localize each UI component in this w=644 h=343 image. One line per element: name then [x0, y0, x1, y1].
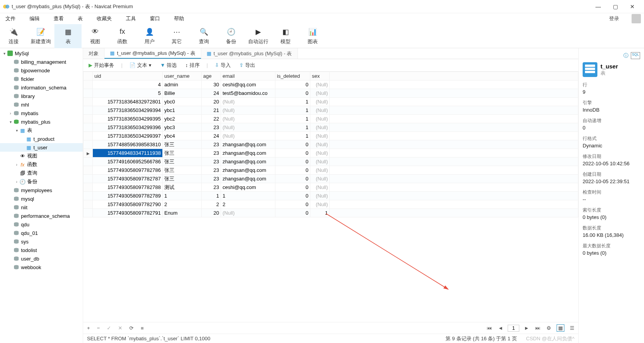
- info-icon[interactable]: ⓘ: [623, 52, 628, 59]
- text-button[interactable]: 📄文本 ▾: [128, 61, 153, 70]
- cell[interactable]: 张三: [163, 175, 202, 183]
- cell[interactable]: zhangsan@qq.com: [221, 175, 275, 183]
- menu-1[interactable]: 编辑: [27, 14, 42, 24]
- sort-button[interactable]: ↕排序: [184, 61, 201, 70]
- cell[interactable]: (Null): [310, 98, 330, 106]
- cell[interactable]: 22: [202, 115, 221, 123]
- cell[interactable]: test5@baomidou.co: [221, 89, 275, 98]
- grid-view-button[interactable]: ▦: [557, 324, 564, 332]
- table-row[interactable]: 1577489483347111938张三23zhangsan@qq.com0(…: [84, 149, 578, 158]
- cell[interactable]: 0: [275, 192, 310, 200]
- cell[interactable]: 23: [202, 140, 221, 149]
- table-row[interactable]: 15774930580977827891110(Null): [84, 192, 578, 200]
- refresh-button[interactable]: ⟳: [128, 324, 135, 332]
- first-page-button[interactable]: ⏮: [485, 324, 493, 332]
- tool-model[interactable]: ◧模型: [272, 24, 299, 48]
- db-myemployees[interactable]: myemployees: [0, 186, 83, 194]
- cell[interactable]: (Null): [310, 192, 330, 200]
- functions-node[interactable]: ›fx函数: [0, 160, 83, 169]
- cell[interactable]: 30: [202, 80, 221, 89]
- table-row[interactable]: 1577493058097782787张三23zhangsan@qq.com0(…: [84, 175, 578, 183]
- minimize-button[interactable]: —: [590, 4, 607, 10]
- table-row[interactable]: 1577318365034299396ybc323(Null)1(Null): [84, 123, 578, 132]
- connection-node[interactable]: ▾ MySql: [0, 49, 83, 58]
- cancel-edit-button[interactable]: ✕: [117, 324, 124, 332]
- close-button[interactable]: ✕: [624, 4, 641, 10]
- cell[interactable]: 0: [275, 140, 310, 149]
- tool-connection[interactable]: 🔌连接: [0, 24, 27, 48]
- cell[interactable]: 1: [275, 115, 310, 123]
- table-t_product[interactable]: ▦t_product: [0, 135, 83, 143]
- cell[interactable]: 23: [202, 183, 221, 192]
- next-page-button[interactable]: ►: [522, 324, 531, 332]
- cell[interactable]: zhangsan@qq.com: [221, 158, 275, 166]
- cell[interactable]: ybc0: [163, 98, 202, 106]
- menu-0[interactable]: 文件: [3, 14, 18, 24]
- table-t_user[interactable]: ▦t_user: [0, 143, 83, 152]
- cell[interactable]: 1577318364832972801: [93, 98, 163, 106]
- cell[interactable]: admin: [163, 80, 202, 89]
- cell[interactable]: 23: [202, 175, 221, 183]
- cell[interactable]: ceshi@qq.com: [221, 80, 275, 89]
- cell[interactable]: 1: [275, 98, 310, 106]
- menu-2[interactable]: 查看: [51, 14, 66, 24]
- tab-0[interactable]: 对象: [83, 48, 104, 59]
- cell[interactable]: (Null): [221, 98, 275, 106]
- cell[interactable]: 1: [310, 209, 330, 217]
- col-sex[interactable]: sex: [310, 72, 330, 80]
- cell[interactable]: 0: [275, 149, 310, 158]
- db-mybatis-plus[interactable]: ▾ mybatis_plus: [0, 117, 83, 126]
- cell[interactable]: ceshi@qq.com: [221, 183, 275, 192]
- maximize-button[interactable]: ▢: [607, 4, 624, 10]
- cell[interactable]: (Null): [310, 166, 330, 175]
- tables-node[interactable]: ▾ ▦ 表: [0, 126, 83, 135]
- tool-new-query[interactable]: 📝新建查询: [27, 24, 54, 48]
- stop-button[interactable]: ■: [139, 324, 145, 332]
- db-qdu_01[interactable]: qdu_01: [0, 229, 83, 237]
- menu-4[interactable]: 收藏夹: [94, 14, 114, 24]
- cell[interactable]: ybc3: [163, 123, 202, 132]
- tool-function[interactable]: fx函数: [109, 24, 136, 48]
- table-row[interactable]: 1577318364832972801ybc020(Null)1(Null): [84, 98, 578, 106]
- login-button[interactable]: 登录: [609, 15, 619, 22]
- cell[interactable]: (Null): [310, 175, 330, 183]
- cell[interactable]: 1: [202, 192, 221, 200]
- cell[interactable]: Enum: [163, 209, 202, 217]
- tab-1[interactable]: ▦t_user @mybatis_plus (MySql) - 表: [104, 48, 201, 59]
- cell[interactable]: 1577493058097782788: [93, 183, 163, 192]
- cell[interactable]: ybc2: [163, 115, 202, 123]
- col-age[interactable]: age: [202, 72, 221, 80]
- cell[interactable]: 24: [202, 132, 221, 140]
- tool-automation[interactable]: ▶自动运行: [245, 24, 272, 48]
- cell[interactable]: (Null): [310, 106, 330, 115]
- avatar[interactable]: [632, 14, 641, 23]
- cell[interactable]: Billie: [163, 89, 202, 98]
- db-information_schema[interactable]: information_schema: [0, 83, 83, 92]
- table-row[interactable]: 1577318365034299397ybc424(Null)1(Null): [84, 132, 578, 140]
- cell[interactable]: 张三: [163, 166, 202, 175]
- cell[interactable]: 1577318365034299397: [93, 132, 163, 140]
- last-page-button[interactable]: ⏭: [534, 324, 542, 332]
- cell[interactable]: 张三: [163, 140, 202, 149]
- cell[interactable]: 1577488596398583810: [93, 140, 163, 149]
- cell[interactable]: 1: [275, 106, 310, 115]
- cell[interactable]: 24: [202, 89, 221, 98]
- cell[interactable]: 2: [163, 200, 202, 209]
- sidebar[interactable]: ▾ MySql billing_managementbjpowernodefic…: [0, 48, 83, 343]
- cell[interactable]: zhangsan@qq.com: [221, 149, 275, 158]
- cell[interactable]: 1577491606952566786: [93, 158, 163, 166]
- tool-view[interactable]: 👁视图: [82, 24, 109, 48]
- cell[interactable]: 1: [275, 132, 310, 140]
- tab-2[interactable]: ▦t_user @mybatis_plus (MySql) - 表: [201, 48, 298, 59]
- col-uid[interactable]: uid: [93, 72, 163, 80]
- cell[interactable]: 0: [275, 89, 310, 98]
- cell[interactable]: (Null): [310, 115, 330, 123]
- db-mysql[interactable]: mysql: [0, 194, 83, 203]
- db-fickler[interactable]: fickler: [0, 75, 83, 83]
- menu-7[interactable]: 帮助: [172, 14, 186, 24]
- tool-chart[interactable]: 📊图表: [299, 24, 326, 48]
- cell[interactable]: zhangsan@qq.com: [221, 166, 275, 175]
- db-user_db[interactable]: user_db: [0, 254, 83, 263]
- table-row[interactable]: 15774930580977827902220(Null): [84, 200, 578, 209]
- cell[interactable]: 2: [202, 200, 221, 209]
